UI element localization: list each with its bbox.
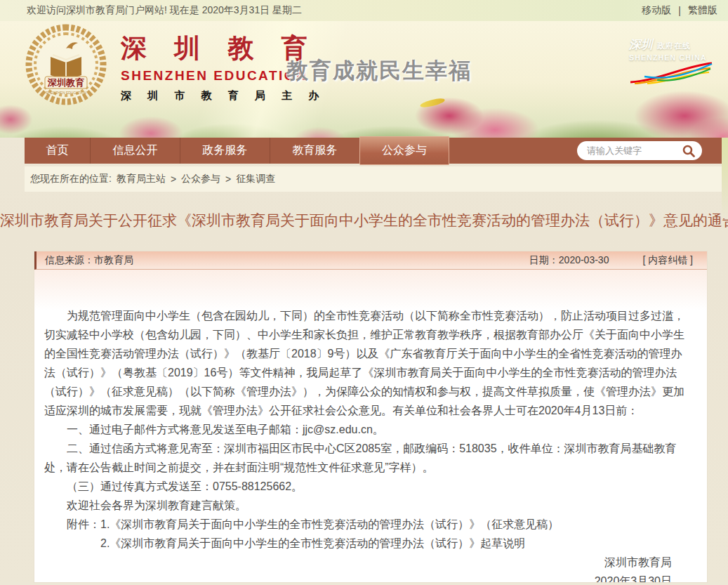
site-banner: 深圳教育 SHENZHEN EDUCATION 深 圳 教 育 SHENZHEN… [0,21,728,138]
info-date: 日期：2020-03-30 [529,254,609,267]
background-strip [722,138,728,218]
content-correction-link[interactable]: [ 内容纠错 ] [642,254,693,267]
breadcrumb-separator: > [225,173,231,185]
top-utility-bar: 欢迎访问深圳市教育局门户网站! 现在是 2020年3月31日 星期二 移动版 |… [0,0,728,21]
breadcrumb: 您现在所在的位置: 教育局主站 > 公众参与 > 征集调查 [25,166,722,192]
page-title: 深圳市教育局关于公开征求《深圳市教育局关于面向中小学生的全市性竞赛活动的管理办法… [0,211,728,230]
signature-date: 2020年3月30日 [44,572,691,583]
nav-item-home[interactable]: 首页 [25,138,90,164]
shenzhen-gov-online-logo[interactable]: 深圳 政府在线 SHENZHEN CHINA [629,37,717,87]
site-host-text: 深 圳 市 教 育 局 主 办 [121,89,326,103]
signature-org: 深圳市教育局 [44,553,691,572]
mobile-version-link[interactable]: 移动版 [642,4,671,17]
article-content-box: 信息来源：市教育局 日期：2020-03-30 [ 内容纠错 ] 为规范管理面向… [34,251,708,583]
gov-logo-en: SHENZHEN CHINA [629,53,717,62]
nav-item-info-disclosure[interactable]: 信息公开 [90,138,180,164]
gov-logo-cn: 深圳 [629,37,653,53]
article-body: 为规范管理面向中小学生（包含在园幼儿，下同）的全市性竞赛活动（以下简称全市性竞赛… [34,270,707,583]
gov-logo-subtitle: 政府在线 [657,41,691,51]
nav-item-education-services[interactable]: 教育服务 [270,138,359,164]
nav-item-gov-services[interactable]: 政务服务 [180,138,270,164]
search-icon [682,144,696,158]
info-source: 信息来源：市教育局 [45,254,529,267]
article-attachment-1: 附件：1.《深圳市教育局关于面向中小学生的全市性竞赛活动的管理办法（试行）》（征… [44,515,691,534]
article-paragraph-welcome: 欢迎社会各界为深圳教育建言献策。 [44,496,691,515]
article-paragraph-fax: （三）通过传真方式发送至：0755-88125662。 [44,477,691,496]
breadcrumb-current[interactable]: 征集调查 [236,173,275,185]
language-divider: | [678,5,681,16]
article-attachment-2: 2.《深圳市教育局关于面向中小学生的全市性竞赛活动的管理办法（试行）》起草说明 [44,534,691,553]
welcome-text: 欢迎访问深圳市教育局门户网站! 现在是 2020年3月31日 星期二 [27,4,302,17]
emblem-subtitle-text: SHENZHEN EDUCATION [46,91,86,95]
traditional-version-link[interactable]: 繁體版 [688,4,717,17]
article-meta-bar: 信息来源：市教育局 日期：2020-03-30 [ 内容纠错 ] [34,251,707,270]
nav-item-public-participation[interactable]: 公众参与 [359,136,449,165]
colorful-wing-swoosh-icon [629,62,713,84]
breadcrumb-prefix: 您现在所在的位置: [30,173,112,185]
slogan-leaf-decoration [419,97,445,109]
breadcrumb-section[interactable]: 公众参与 [181,173,220,185]
emblem-title-text: 深圳教育 [47,77,84,88]
breadcrumb-home[interactable]: 教育局主站 [117,173,166,185]
article-paragraph-email: 一、通过电子邮件方式将意见发送至电子邮箱：jjc@sz.edu.cn。 [44,420,691,439]
breadcrumb-separator: > [171,173,176,185]
site-search [577,141,702,160]
education-emblem-logo: 深圳教育 SHENZHEN EDUCATION [25,23,107,106]
search-input[interactable] [587,145,681,156]
search-button[interactable] [681,143,696,159]
site-slogan: 教育成就民生幸福 [286,56,472,86]
main-navigation: 首页 信息公开 政务服务 教育服务 公众参与 [25,138,722,164]
article-paragraph-mail: 二、通过信函方式将意见寄至：深圳市福田区市民中心C区2085室，邮政编码：518… [44,439,691,477]
article-paragraph: 为规范管理面向中小学生（包含在园幼儿，下同）的全市性竞赛活动（以下简称全市性竞赛… [44,306,691,420]
